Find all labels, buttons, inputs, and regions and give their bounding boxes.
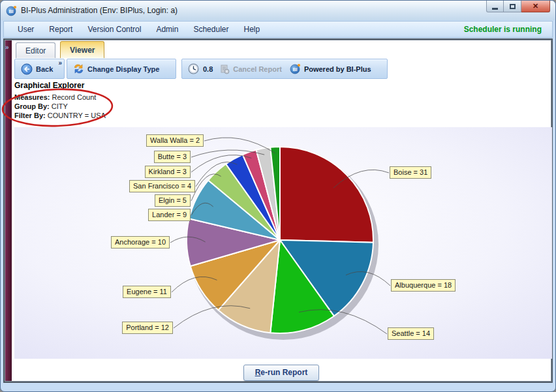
pie-label-anchorage: Anchorage = 10 bbox=[111, 236, 170, 249]
footer-bar: Re-run Report bbox=[12, 359, 551, 381]
powered-by-label: Powered by BI-Plus bbox=[304, 65, 371, 73]
toolbar-group-navigation: Back » bbox=[14, 59, 65, 79]
report-duration-value: 0.8 bbox=[203, 65, 213, 73]
pie-label-eugene: Eugene = 11 bbox=[123, 286, 171, 298]
title-bar: BI BI-Plus Administration (Env: BIPlus, … bbox=[1, 1, 555, 20]
svg-text:BI: BI bbox=[292, 67, 297, 72]
page-title: Graphical Explorer bbox=[14, 81, 84, 90]
change-display-type-icon bbox=[73, 63, 84, 74]
pie-chart-panel: Boise = 31Albuquerque = 18Seattle = 14Po… bbox=[14, 127, 552, 359]
pie-label-seattle: Seattle = 14 bbox=[388, 327, 434, 340]
pie-label-san-francisco: San Francisco = 4 bbox=[129, 180, 195, 192]
report-summary: Measures: Record Count Group By: CITY Fi… bbox=[14, 93, 106, 120]
menu-item-scheduler[interactable]: Scheduler bbox=[187, 23, 234, 36]
tab-editor-label: Editor bbox=[25, 46, 46, 55]
close-button[interactable]: ✕ bbox=[521, 1, 550, 12]
menu-item-help[interactable]: Help bbox=[238, 23, 266, 36]
pie-label-kirkland: Kirkland = 3 bbox=[145, 166, 191, 178]
menu-item-version-control[interactable]: Version Control bbox=[82, 23, 147, 36]
menu-bar: User Report Version Control Admin Schedu… bbox=[3, 21, 553, 38]
tab-editor[interactable]: Editor bbox=[16, 42, 55, 58]
filter-by-row: Filter By: COUNTRY = USA bbox=[14, 111, 106, 120]
close-icon: ✕ bbox=[533, 3, 538, 10]
measures-row: Measures: Record Count bbox=[14, 93, 106, 102]
cancel-report-icon bbox=[219, 64, 230, 74]
app-icon: BI bbox=[6, 5, 17, 16]
change-display-type-button[interactable]: Change Display Type bbox=[73, 63, 159, 74]
group-by-label: Group By: bbox=[14, 102, 50, 110]
minimize-button[interactable] bbox=[486, 1, 504, 12]
app-window: BI BI-Plus Administration (Env: BIPlus, … bbox=[0, 0, 556, 392]
tab-viewer[interactable]: Viewer bbox=[60, 41, 104, 58]
toolbar-overflow-chevron-icon[interactable]: » bbox=[58, 59, 62, 67]
menu-item-admin[interactable]: Admin bbox=[150, 23, 184, 36]
pie-label-portland: Portland = 12 bbox=[122, 322, 173, 334]
toolbar: Back » Change Display Type bbox=[12, 58, 551, 80]
filter-by-label: Filter By: bbox=[14, 112, 46, 119]
pie-chart bbox=[14, 127, 552, 359]
change-display-type-label: Change Display Type bbox=[87, 65, 159, 73]
menu-item-report[interactable]: Report bbox=[43, 23, 78, 36]
maximize-button[interactable] bbox=[504, 1, 521, 12]
toolbar-group-display: Change Display Type bbox=[67, 59, 176, 79]
menu-item-user[interactable]: User bbox=[12, 23, 40, 36]
pie-slice-boise[interactable] bbox=[280, 147, 373, 243]
back-arrow-icon bbox=[21, 63, 33, 75]
tab-viewer-label: Viewer bbox=[70, 46, 95, 55]
maximize-icon bbox=[510, 4, 516, 9]
filter-by-value: COUNTRY = USA bbox=[48, 112, 106, 119]
minimize-icon bbox=[492, 8, 498, 10]
measures-value: Record Count bbox=[52, 93, 96, 101]
pie-label-boise: Boise = 31 bbox=[390, 166, 431, 179]
pie-label-walla-walla: Walla Walla = 2 bbox=[146, 134, 204, 147]
powered-by-button[interactable]: BI Powered by BI-Plus bbox=[290, 63, 371, 74]
back-button[interactable]: Back bbox=[21, 63, 53, 75]
collapsed-side-panel[interactable]: » bbox=[5, 40, 12, 381]
window-title: BI-Plus Administration (Env: BIPlus, Log… bbox=[21, 6, 178, 15]
client-area: » Editor Viewer bbox=[3, 38, 553, 383]
cancel-report-button[interactable]: Cancel Report bbox=[219, 64, 282, 74]
measures-label: Measures: bbox=[14, 93, 50, 101]
pie-label-elgin: Elgin = 5 bbox=[155, 194, 191, 207]
pie-label-butte: Butte = 3 bbox=[154, 151, 191, 163]
main-content: Editor Viewer Back bbox=[12, 40, 551, 381]
group-by-row: Group By: CITY bbox=[14, 102, 106, 111]
rerun-report-button[interactable]: Re-run Report bbox=[243, 365, 320, 381]
cancel-report-label: Cancel Report bbox=[233, 65, 282, 73]
tab-strip: Editor Viewer bbox=[12, 41, 551, 58]
clock-icon bbox=[188, 63, 199, 74]
back-button-label: Back bbox=[36, 65, 53, 73]
scheduler-status-text: Scheduler is running bbox=[464, 25, 544, 34]
expand-panel-chevron-icon[interactable]: » bbox=[5, 44, 9, 51]
pie-label-lander: Lander = 9 bbox=[148, 209, 191, 221]
bi-plus-logo-icon: BI bbox=[290, 63, 301, 74]
toolbar-group-report: 0.8 Cancel Report bbox=[181, 59, 388, 79]
svg-text:BI: BI bbox=[9, 8, 14, 13]
pie-label-albuquerque: Albuquerque = 18 bbox=[391, 279, 456, 292]
group-by-value: CITY bbox=[52, 102, 68, 110]
